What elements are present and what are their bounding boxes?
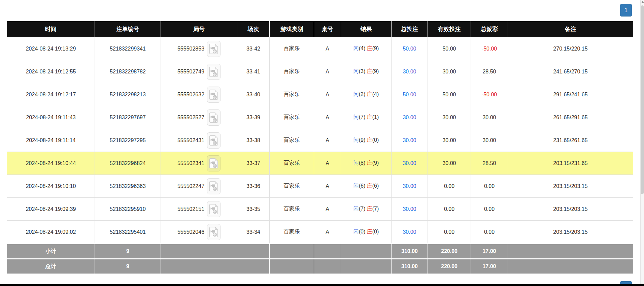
session-cell: 33-39	[237, 106, 270, 129]
game-type-cell: 百家乐	[270, 37, 314, 60]
video-record-button[interactable]	[207, 87, 221, 103]
column-header-7: 总投注	[392, 21, 428, 37]
game-type-cell: 百家乐	[270, 175, 314, 198]
player-result-score: (3)	[359, 68, 366, 74]
valid-bet-cell: 50.00	[428, 37, 471, 60]
total-bet-link[interactable]: 30.00	[403, 160, 416, 166]
summary-valid-bet-cell: 220.00	[428, 244, 471, 259]
total-bet-cell: 30.00	[392, 175, 428, 198]
video-record-button[interactable]	[207, 64, 221, 80]
table-no-cell: A	[314, 60, 341, 83]
banker-result-score: (0)	[372, 229, 379, 234]
total-bet-cell: 50.00	[392, 37, 428, 60]
video-record-button[interactable]	[207, 109, 221, 126]
summary-empty-cell	[341, 244, 392, 259]
column-header-10: 备注	[508, 21, 633, 37]
total-bet-link[interactable]: 30.00	[403, 229, 416, 235]
round-id: 555502853	[177, 46, 204, 52]
banker-result-label: 庄	[367, 137, 372, 143]
scrollbar-thumb[interactable]	[641, 5, 644, 194]
total-bet-link[interactable]: 30.00	[403, 206, 416, 212]
summary-count-cell: 9	[95, 244, 161, 259]
summary-empty-cell	[237, 244, 270, 259]
result-cell: 闲(4) 庄(9)	[341, 37, 392, 60]
bet-id-cell: 521832297697	[95, 106, 161, 129]
valid-bet-cell: 30.00	[428, 152, 471, 175]
round-cell: 555502247	[161, 175, 237, 198]
column-header-3: 场次	[237, 21, 270, 37]
pagination-page-1-button[interactable]: 1	[620, 4, 632, 17]
round-cell: 555502341	[161, 152, 237, 175]
video-record-button[interactable]	[207, 178, 221, 194]
summary-empty-cell	[270, 259, 314, 274]
video-icon	[209, 89, 218, 100]
total-bet-link[interactable]: 30.00	[403, 69, 416, 74]
payout-cell: 28.50	[471, 152, 508, 175]
player-result-label: 闲	[353, 91, 359, 97]
valid-bet-cell: 30.00	[428, 129, 471, 152]
pagination-bottom-partial-button[interactable]	[620, 281, 632, 284]
scrollbar[interactable]	[640, 0, 644, 286]
valid-bet-cell: 0.00	[428, 221, 471, 244]
summary-empty-cell	[314, 244, 341, 259]
video-record-button[interactable]	[207, 132, 221, 149]
table-body: 2024-08-24 19:13:29521832299341555502853…	[7, 37, 633, 244]
summary-label-cell: 小计	[7, 244, 95, 259]
total-bet-link[interactable]: 30.00	[403, 137, 416, 143]
time-cell: 2024-08-24 19:11:14	[7, 129, 95, 152]
summary-remark-cell	[508, 244, 633, 259]
time-cell: 2024-08-24 19:11:43	[7, 106, 95, 129]
column-header-9: 总派彩	[471, 21, 508, 37]
round-id: 555502527	[177, 115, 204, 120]
time-cell: 2024-08-24 19:10:10	[7, 175, 95, 198]
video-icon	[209, 112, 218, 123]
result-cell: 闲(8) 庄(9)	[341, 152, 392, 175]
banker-result-label: 庄	[367, 206, 372, 212]
player-result-score: (9)	[359, 137, 366, 143]
summary-row: 总计9310.00220.0017.00	[7, 259, 633, 274]
banker-result-score: (4)	[372, 91, 379, 97]
video-record-button[interactable]	[207, 41, 221, 57]
total-bet-cell: 50.00	[392, 83, 428, 106]
table-row: 2024-08-24 19:09:39521832295910555502151…	[7, 198, 633, 221]
player-result-label: 闲	[353, 68, 359, 74]
time-cell: 2024-08-24 19:12:55	[7, 60, 95, 83]
video-record-button[interactable]	[207, 155, 221, 171]
total-bet-cell: 30.00	[392, 106, 428, 129]
total-bet-link[interactable]: 30.00	[403, 115, 416, 120]
summary-empty-cell	[270, 244, 314, 259]
banker-result-score: (9)	[372, 45, 379, 51]
column-header-6: 结果	[341, 21, 392, 37]
banker-result-score: (9)	[372, 160, 379, 166]
valid-bet-cell: 50.00	[428, 83, 471, 106]
game-type-cell: 百家乐	[270, 60, 314, 83]
banker-result-label: 庄	[367, 91, 372, 97]
summary-payout-cell: 17.00	[471, 244, 508, 259]
round-cell: 555502151	[161, 198, 237, 221]
total-bet-link[interactable]: 30.00	[403, 183, 416, 189]
time-cell: 2024-08-24 19:12:17	[7, 83, 95, 106]
payout-cell: 0.00	[471, 221, 508, 244]
result-cell: 闲(9) 庄(0)	[341, 129, 392, 152]
player-result-label: 闲	[353, 160, 359, 166]
total-bet-link[interactable]: 50.00	[403, 46, 416, 52]
records-table: 时间注单编号局号场次游戏类别桌号结果总投注有效投注总派彩备注 2024-08-2…	[7, 21, 633, 274]
valid-bet-cell: 30.00	[428, 106, 471, 129]
video-icon	[209, 158, 218, 169]
remark-cell: 203.15/203.15	[508, 175, 633, 198]
summary-empty-cell	[314, 259, 341, 274]
result-cell: 闲(0) 庄(0)	[341, 221, 392, 244]
total-bet-cell: 30.00	[392, 221, 428, 244]
video-record-button[interactable]	[207, 224, 221, 240]
total-bet-link[interactable]: 50.00	[403, 92, 416, 97]
scroll-up-button[interactable]	[641, 1, 644, 3]
remark-cell: 261.65/291.65	[508, 106, 633, 129]
video-record-button[interactable]	[207, 201, 221, 217]
remark-cell: 203.15/203.15	[508, 198, 633, 221]
table-no-cell: A	[314, 106, 341, 129]
table-no-cell: A	[314, 175, 341, 198]
summary-remark-cell	[508, 259, 633, 274]
round-id: 555502151	[177, 206, 204, 212]
total-bet-cell: 30.00	[392, 198, 428, 221]
table-no-cell: A	[314, 129, 341, 152]
